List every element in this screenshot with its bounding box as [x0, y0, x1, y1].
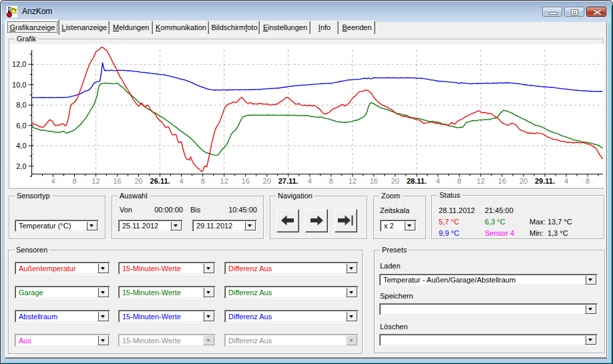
- svg-text:27.11.: 27.11.: [278, 177, 298, 185]
- svg-text:16: 16: [242, 177, 250, 185]
- svg-text:4,0: 4,0: [16, 142, 26, 150]
- svg-text:16: 16: [498, 177, 506, 185]
- svg-text:4: 4: [436, 177, 440, 185]
- svg-text:8: 8: [457, 177, 461, 185]
- svg-text:29.11.: 29.11.: [535, 177, 555, 185]
- svg-text:26.11.: 26.11.: [150, 177, 170, 185]
- svg-text:20: 20: [520, 177, 528, 185]
- svg-text:4: 4: [564, 177, 568, 185]
- svg-text:20: 20: [134, 177, 142, 185]
- svg-text:8: 8: [329, 177, 333, 185]
- svg-text:8: 8: [586, 177, 590, 185]
- svg-text:4: 4: [51, 177, 55, 185]
- svg-text:16: 16: [370, 177, 378, 185]
- svg-text:10,0: 10,0: [12, 81, 26, 89]
- svg-text:12: 12: [91, 177, 99, 185]
- svg-text:6,0: 6,0: [16, 122, 26, 130]
- svg-text:4: 4: [180, 177, 184, 185]
- svg-text:16: 16: [113, 177, 121, 185]
- svg-text:20: 20: [263, 177, 271, 185]
- svg-text:12: 12: [220, 177, 228, 185]
- svg-text:12,0: 12,0: [12, 60, 26, 68]
- svg-text:28.11.: 28.11.: [407, 177, 427, 185]
- svg-text:8: 8: [72, 177, 76, 185]
- svg-text:12: 12: [349, 177, 357, 185]
- svg-text:20: 20: [391, 177, 399, 185]
- svg-text:8,0: 8,0: [16, 101, 26, 109]
- svg-text:8: 8: [201, 177, 205, 185]
- svg-text:2,0: 2,0: [16, 162, 26, 170]
- svg-text:12: 12: [477, 177, 485, 185]
- svg-text:4: 4: [308, 177, 312, 185]
